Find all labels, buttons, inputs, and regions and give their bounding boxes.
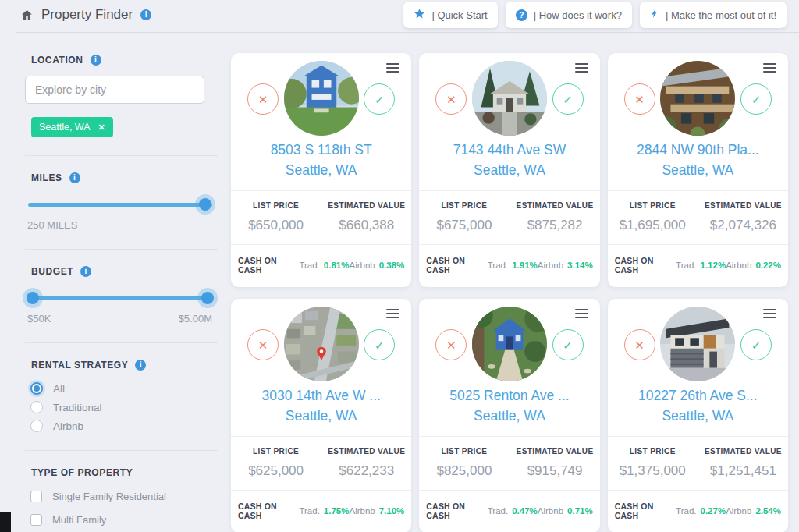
radio-icon[interactable] bbox=[30, 401, 43, 413]
make-the-most-button[interactable]: | Make the most out of it! bbox=[640, 2, 787, 28]
accept-property-button[interactable]: ✓ bbox=[364, 83, 395, 115]
rental-strategy-option-traditional[interactable]: Traditional bbox=[30, 401, 218, 413]
budget-slider[interactable] bbox=[28, 292, 212, 304]
property-address[interactable]: 7143 44th Ave SW bbox=[419, 140, 599, 160]
property-photo[interactable] bbox=[284, 61, 359, 136]
quick-start-button[interactable]: | Quick Start bbox=[403, 2, 497, 28]
info-icon[interactable]: i bbox=[135, 360, 146, 371]
info-icon[interactable]: i bbox=[91, 55, 101, 66]
list-price-label: LIST PRICE bbox=[234, 201, 318, 210]
check-icon: ✓ bbox=[751, 94, 762, 105]
accept-property-button[interactable]: ✓ bbox=[740, 83, 772, 115]
budget-min-thumb[interactable] bbox=[27, 292, 39, 304]
card-menu-icon[interactable] bbox=[763, 63, 776, 75]
page-title-group: Property Finder i bbox=[20, 7, 151, 23]
property-card: ✕ ✓ 5025 Renton Ave ... Seattle, WA bbox=[419, 299, 599, 532]
property-city[interactable]: Seattle, WA bbox=[419, 406, 599, 426]
budget-min-value: $50K bbox=[27, 313, 51, 325]
cash-on-cash-label: CASH ON CASH bbox=[238, 256, 299, 275]
airbnb-coc-value: 0.22% bbox=[755, 261, 781, 270]
trad-label: Trad. bbox=[488, 261, 508, 270]
list-price-value: $625,000 bbox=[234, 463, 318, 479]
property-city[interactable]: Seattle, WA bbox=[419, 160, 599, 180]
property-photo[interactable] bbox=[284, 307, 359, 381]
star-icon bbox=[414, 8, 425, 22]
close-icon: ✕ bbox=[446, 339, 456, 351]
reject-property-button[interactable]: ✕ bbox=[247, 329, 279, 360]
location-tag[interactable]: Seattle, WA ✕ bbox=[31, 117, 113, 137]
info-icon[interactable]: i bbox=[69, 172, 80, 183]
airbnb-label: Airbnb bbox=[726, 261, 751, 270]
info-icon[interactable]: i bbox=[140, 9, 151, 20]
property-photo[interactable] bbox=[472, 307, 547, 381]
rental-strategy-option-all[interactable]: All bbox=[30, 382, 218, 395]
property-photo[interactable] bbox=[660, 307, 735, 381]
property-address[interactable]: 5025 Renton Ave ... bbox=[419, 385, 599, 406]
checkbox-icon[interactable] bbox=[30, 514, 42, 526]
accept-property-button[interactable]: ✓ bbox=[740, 329, 772, 360]
trad-coc-value: 0.27% bbox=[701, 506, 726, 516]
property-address[interactable]: 8503 S 118th ST bbox=[231, 140, 411, 160]
property-address[interactable]: 2844 NW 90th Pla... bbox=[608, 140, 788, 160]
property-card: ✕ ✓ 3030 14th Ave W .. bbox=[231, 299, 411, 532]
how-does-it-work-button[interactable]: ? | How does it work? bbox=[506, 2, 632, 28]
property-address[interactable]: 10227 26th Ave S... bbox=[608, 385, 788, 406]
home-icon[interactable] bbox=[20, 9, 34, 21]
property-type-single-family[interactable]: Single Family Residential bbox=[30, 491, 218, 502]
reject-property-button[interactable]: ✕ bbox=[624, 329, 655, 360]
filters-sidebar: LOCATION i Seattle, WA ✕ MILES i 250 MIL… bbox=[0, 33, 226, 532]
property-city[interactable]: Seattle, WA bbox=[608, 160, 788, 180]
property-city[interactable]: Seattle, WA bbox=[608, 406, 788, 426]
list-price-label: LIST PRICE bbox=[611, 201, 694, 210]
trad-label: Trad. bbox=[676, 261, 696, 270]
property-photo[interactable] bbox=[660, 61, 735, 136]
accept-property-button[interactable]: ✓ bbox=[364, 329, 395, 360]
trad-label: Trad. bbox=[488, 506, 508, 516]
rental-strategy-option-airbnb[interactable]: Airbnb bbox=[30, 420, 218, 432]
airbnb-coc-value: 7.10% bbox=[379, 506, 405, 516]
property-photo[interactable] bbox=[472, 61, 547, 136]
budget-max-thumb[interactable] bbox=[201, 292, 214, 304]
screen-corner-artifact bbox=[0, 512, 11, 532]
miles-slider-thumb[interactable] bbox=[199, 198, 211, 211]
estimated-value-label: ESTIMATED VALUE bbox=[701, 201, 785, 210]
card-menu-icon[interactable] bbox=[575, 63, 588, 75]
trad-coc-value: 0.47% bbox=[512, 506, 538, 516]
accept-property-button[interactable]: ✓ bbox=[552, 329, 584, 360]
city-search-input[interactable] bbox=[25, 76, 204, 104]
check-icon: ✓ bbox=[375, 339, 385, 351]
card-menu-icon[interactable] bbox=[763, 309, 776, 321]
info-icon[interactable]: i bbox=[80, 266, 91, 277]
miles-slider[interactable] bbox=[28, 198, 212, 211]
radio-selected-icon[interactable] bbox=[30, 382, 43, 395]
budget-max-value: $5.00M bbox=[179, 313, 212, 325]
card-menu-icon[interactable] bbox=[575, 309, 588, 321]
property-card: ✕ ✓ 7143 44th Ave SW Seattle, WA bbox=[419, 53, 599, 287]
check-icon: ✓ bbox=[563, 94, 573, 105]
checkbox-icon[interactable] bbox=[30, 491, 42, 502]
location-tag-label: Seattle, WA bbox=[39, 122, 91, 133]
miles-slider-track[interactable] bbox=[28, 203, 212, 207]
budget-slider-track[interactable] bbox=[28, 296, 212, 300]
airbnb-label: Airbnb bbox=[726, 506, 751, 516]
trad-coc-value: 1.75% bbox=[324, 506, 350, 516]
property-address[interactable]: 3030 14th Ave W ... bbox=[231, 385, 411, 406]
card-menu-icon[interactable] bbox=[386, 309, 400, 321]
trad-coc-value: 0.81% bbox=[324, 261, 350, 270]
property-type-multi-family[interactable]: Multi Family bbox=[30, 514, 218, 526]
close-icon: ✕ bbox=[634, 94, 645, 105]
reject-property-button[interactable]: ✕ bbox=[435, 83, 467, 115]
rental-strategy-section-label: RENTAL STRATEGY i bbox=[31, 360, 218, 371]
accept-property-button[interactable]: ✓ bbox=[552, 83, 584, 115]
remove-tag-icon[interactable]: ✕ bbox=[98, 122, 105, 133]
property-city[interactable]: Seattle, WA bbox=[231, 406, 411, 426]
card-menu-icon[interactable] bbox=[386, 63, 400, 75]
reject-property-button[interactable]: ✕ bbox=[435, 329, 467, 360]
reject-property-button[interactable]: ✕ bbox=[624, 83, 655, 115]
cash-on-cash-label: CASH ON CASH bbox=[238, 502, 299, 520]
estimated-value-value: $2,074,326 bbox=[701, 218, 785, 233]
quick-start-label: | Quick Start bbox=[431, 9, 487, 21]
property-city[interactable]: Seattle, WA bbox=[231, 160, 411, 180]
radio-icon[interactable] bbox=[30, 420, 43, 432]
reject-property-button[interactable]: ✕ bbox=[247, 83, 279, 115]
